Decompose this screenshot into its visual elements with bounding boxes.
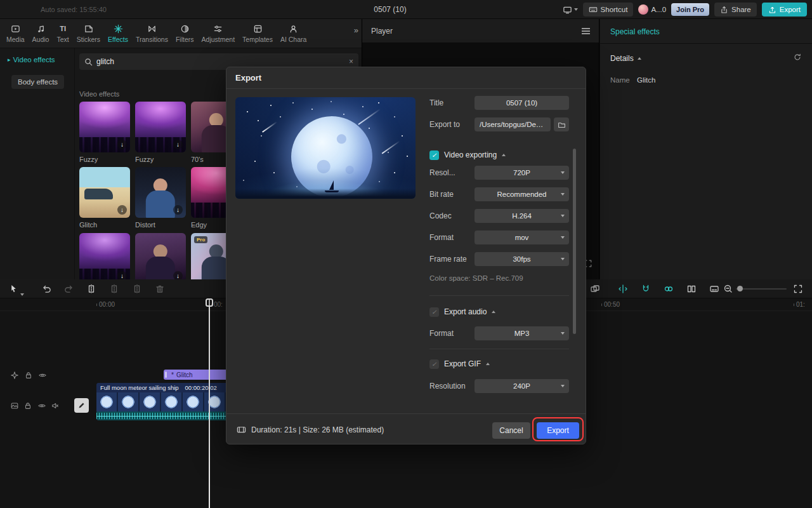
tab-ai-characters[interactable]: AI Chara xyxy=(277,23,310,43)
effect-name: Fuzzy xyxy=(79,156,98,163)
export-path-input[interactable] xyxy=(475,117,551,131)
title-input[interactable] xyxy=(475,96,569,110)
gif-resolution-label: Resolution xyxy=(429,382,466,391)
fit-timeline-icon[interactable] xyxy=(793,284,803,294)
display-mode-button[interactable] xyxy=(563,5,578,15)
export-confirm-button[interactable]: Export xyxy=(537,422,579,439)
audio-format-select[interactable]: MP3 xyxy=(475,326,569,340)
zoom-out-icon[interactable] xyxy=(723,284,733,294)
effect-track-icon[interactable] xyxy=(10,371,19,380)
video-exporting-checkbox[interactable]: ✓ xyxy=(429,150,439,160)
mute-icon[interactable] xyxy=(51,401,60,410)
dialog-title: Export xyxy=(235,73,261,83)
category-video-effects[interactable]: ▸ Video effects xyxy=(8,56,55,64)
codec-select[interactable]: H.264 xyxy=(475,209,569,223)
zoom-slider[interactable] xyxy=(736,288,787,290)
export-audio-checkbox[interactable]: ✓ xyxy=(429,307,439,317)
effect-thumb-glitch[interactable]: ↓ xyxy=(79,167,130,218)
split-view-button[interactable] xyxy=(686,284,697,294)
tab-audio[interactable]: Audio xyxy=(29,23,53,43)
export-gif-checkbox[interactable]: ✓ xyxy=(429,359,439,369)
dialog-header: Export xyxy=(226,67,586,89)
caret-up-icon xyxy=(638,57,641,60)
shortcut-button[interactable]: Shortcut xyxy=(583,3,634,17)
download-icon[interactable]: ↓ xyxy=(117,271,127,279)
undo-button[interactable] xyxy=(42,284,52,294)
download-icon[interactable]: ↓ xyxy=(117,140,127,149)
browse-folder-button[interactable] xyxy=(554,117,569,131)
bitrate-select[interactable]: Recommended xyxy=(475,187,569,201)
tab-stickers[interactable]: Stickers xyxy=(73,23,104,43)
effect-thumb[interactable]: ↓ xyxy=(79,233,130,279)
tab-text[interactable]: TI Text xyxy=(53,23,72,43)
redo-button[interactable] xyxy=(63,284,74,294)
select-tool-button[interactable] xyxy=(9,284,18,293)
effect-thumb-fuzzy-2[interactable]: ↓ xyxy=(135,102,186,152)
download-icon[interactable]: ↓ xyxy=(173,140,183,149)
lock-icon[interactable] xyxy=(24,371,33,380)
framerate-select[interactable]: 30fps xyxy=(475,252,569,266)
filters-icon xyxy=(180,23,190,34)
ruler-label: 00:00 xyxy=(96,301,115,308)
tab-effects[interactable]: Effects xyxy=(104,23,132,43)
collapse-icon[interactable] xyxy=(492,311,495,313)
format-select[interactable]: mov xyxy=(475,231,569,244)
link-button[interactable] xyxy=(664,284,674,294)
video-clip-timecode: 00:00:20:02 xyxy=(185,384,217,391)
tab-media[interactable]: Media xyxy=(3,23,29,43)
playhead-line[interactable] xyxy=(209,298,210,508)
eye-icon[interactable] xyxy=(38,371,47,380)
split-button[interactable] xyxy=(86,284,96,294)
download-icon[interactable]: ↓ xyxy=(173,271,183,279)
chevron-down-icon xyxy=(561,385,565,387)
effect-glyph-icon: * xyxy=(171,371,174,378)
cancel-button[interactable]: Cancel xyxy=(492,422,530,439)
magnet-button[interactable] xyxy=(641,284,651,294)
ruler-label: 01: xyxy=(794,301,805,308)
details-section-header[interactable]: Details xyxy=(610,54,641,63)
export-button-topbar[interactable]: Export xyxy=(762,3,807,17)
tab-templates[interactable]: Templates xyxy=(239,23,277,43)
edit-cover-button[interactable] xyxy=(74,398,89,413)
reset-icon[interactable] xyxy=(793,53,802,62)
tab-transitions[interactable]: Transitions xyxy=(132,23,172,43)
share-button[interactable]: Share xyxy=(714,3,757,17)
resolution-select[interactable]: 720P xyxy=(475,166,569,180)
split-right-button[interactable] xyxy=(132,284,142,294)
effect-thumb-distort[interactable]: ↓ xyxy=(135,167,186,218)
video-track-icon[interactable] xyxy=(10,401,19,410)
download-icon[interactable]: ↓ xyxy=(117,205,127,215)
autosave-status: Auto saved: 15:55:40 xyxy=(41,6,107,13)
gif-resolution-select[interactable]: 240P xyxy=(475,379,569,393)
overlap-mode-button[interactable] xyxy=(590,284,600,294)
codec-label: Codec xyxy=(429,211,452,220)
account-menu[interactable]: A...0 xyxy=(638,4,666,15)
delete-button[interactable] xyxy=(155,284,165,294)
eye-icon[interactable] xyxy=(37,401,46,410)
dialog-scrollbar[interactable] xyxy=(573,149,576,334)
collapse-icon[interactable] xyxy=(502,154,506,156)
effect-thumb[interactable]: ↓ xyxy=(135,233,186,279)
player-menu-icon[interactable] xyxy=(582,30,590,32)
split-left-button[interactable] xyxy=(109,284,119,294)
tab-adjustment[interactable]: Adjustment xyxy=(198,23,239,43)
export-to-row: Export to xyxy=(429,117,569,131)
zoom-slider-handle[interactable] xyxy=(737,286,743,291)
tab-filters[interactable]: Filters xyxy=(172,23,198,43)
select-tool-chevron-icon[interactable] xyxy=(20,287,24,298)
playhead-handle[interactable] xyxy=(206,298,213,307)
join-pro-button[interactable]: Join Pro xyxy=(671,3,709,16)
search-input[interactable] xyxy=(96,57,345,66)
effect-thumb-fuzzy[interactable]: ↓ xyxy=(79,102,130,152)
preview-axis-button[interactable] xyxy=(618,284,628,294)
more-tabs-icon[interactable]: » xyxy=(354,25,358,35)
bitrate-row: Bit rate Recommended xyxy=(429,187,569,201)
category-body-effects[interactable]: Body effects xyxy=(11,75,64,89)
collapse-icon[interactable] xyxy=(486,363,490,365)
download-icon[interactable]: ↓ xyxy=(173,205,183,215)
close-icon[interactable]: × xyxy=(349,57,353,66)
chevron-down-icon xyxy=(574,8,578,11)
lock-icon[interactable] xyxy=(23,401,32,410)
captions-button[interactable] xyxy=(709,284,719,294)
divider xyxy=(429,295,569,296)
